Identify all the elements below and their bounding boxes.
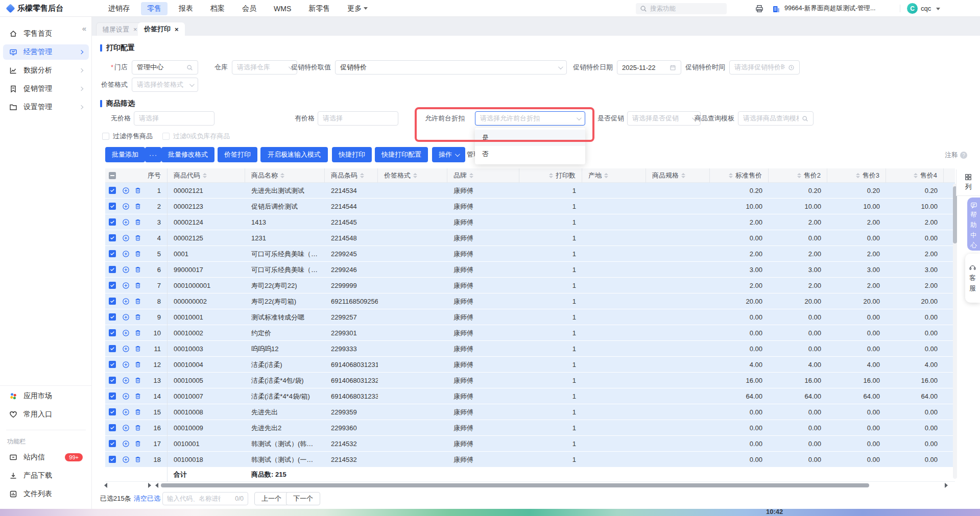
scroll-right-icon[interactable] bbox=[945, 483, 948, 488]
user-name[interactable]: cqc bbox=[921, 0, 931, 17]
sidebar-lower-item-1[interactable]: 应用市场 bbox=[3, 388, 89, 404]
column-header-p3[interactable]: 售价3 bbox=[827, 168, 886, 183]
company-selector[interactable]: 99664-新界面商超版测试-管理... bbox=[784, 0, 876, 17]
delete-row-icon[interactable] bbox=[132, 456, 144, 463]
promo-time-input[interactable]: 请选择促销特价时间 bbox=[729, 60, 800, 75]
row-checkbox[interactable] bbox=[105, 408, 119, 415]
filter-discontinued-checkbox[interactable]: 过滤停售商品 bbox=[102, 132, 153, 141]
table-row[interactable]: 1300010005洁柔(洁柔*4包/袋)6914068031232康师傅116… bbox=[105, 373, 955, 388]
sidebar-tool-item-1[interactable]: 站内信99+ bbox=[3, 450, 89, 465]
front-discount-select[interactable]: 请选择允许前台折扣 bbox=[475, 111, 585, 126]
toolbar-button-5[interactable]: 快捷打印 bbox=[332, 147, 372, 162]
delete-row-icon[interactable] bbox=[132, 345, 144, 352]
column-header-std[interactable]: 标准售价 bbox=[710, 168, 769, 183]
dropdown-option-1[interactable]: 是 bbox=[475, 130, 585, 146]
table-row[interactable]: 1200010004洁柔(洁柔)6914068031231康师傅14.004.0… bbox=[105, 357, 955, 373]
sidebar-tool-item-3[interactable]: 文件列表 bbox=[3, 486, 89, 502]
table-row[interactable]: 1500010008先进先出2299359康师傅10.000.000.000.0… bbox=[105, 404, 955, 420]
scrollbar-thumb[interactable] bbox=[161, 483, 869, 487]
batch-add-more-button[interactable]: ··· bbox=[145, 147, 161, 162]
table-row[interactable]: 100002121先进先出测试测试2214534康师傅10.200.200.20… bbox=[105, 183, 955, 199]
clock-icon[interactable] bbox=[788, 64, 795, 71]
scroll-right-icon[interactable] bbox=[148, 483, 151, 488]
promo-value-select[interactable]: 促销特价 bbox=[335, 60, 567, 75]
toolbar-button-2[interactable]: 批量修改格式 bbox=[161, 147, 214, 162]
nav-item-1[interactable]: 进销存 bbox=[102, 2, 136, 15]
nav-item-7[interactable]: 新零售 bbox=[302, 2, 336, 15]
add-row-icon[interactable] bbox=[119, 377, 132, 384]
nav-item-8[interactable]: 更多 bbox=[341, 2, 374, 15]
table-row[interactable]: 40000212512312214548康师傅10.000.000.000.00 bbox=[105, 230, 955, 246]
sidebar-item-5[interactable]: 设置管理 bbox=[3, 100, 89, 115]
column-header-spec[interactable]: 商品规格 bbox=[646, 168, 710, 183]
row-checkbox[interactable] bbox=[105, 424, 119, 431]
row-checkbox[interactable] bbox=[105, 440, 119, 447]
customer-service-button[interactable]: 客服 bbox=[965, 254, 980, 303]
warehouse-select[interactable]: 请选择仓库 bbox=[232, 60, 297, 75]
row-checkbox[interactable] bbox=[105, 313, 119, 321]
add-row-icon[interactable] bbox=[119, 440, 132, 448]
delete-row-icon[interactable] bbox=[132, 361, 144, 368]
add-row-icon[interactable] bbox=[119, 329, 132, 337]
row-checkbox[interactable] bbox=[105, 345, 119, 352]
table-row[interactable]: 70001000001寿司22(寿司22)2299999康师傅12.002.00… bbox=[105, 278, 955, 293]
sidebar-lower-item-2[interactable]: 常用入口 bbox=[3, 407, 89, 422]
table-row[interactable]: 1800100018韩测试（测试）(一…2214532康师傅10.000.000… bbox=[105, 452, 955, 468]
add-row-icon[interactable] bbox=[119, 298, 132, 305]
nav-item-2[interactable]: 零售 bbox=[141, 2, 168, 15]
promo-date-input[interactable]: 2025-11-22 bbox=[617, 60, 681, 75]
global-search[interactable] bbox=[636, 3, 727, 14]
row-checkbox[interactable] bbox=[105, 329, 119, 336]
toolbar-button-3[interactable]: 价签打印 bbox=[218, 147, 257, 162]
table-row[interactable]: 50001可口可乐经典美味（…2299245康师傅12.002.002.002.… bbox=[105, 246, 955, 262]
column-header-barcode[interactable]: 商品条码 bbox=[325, 168, 378, 183]
add-row-icon[interactable] bbox=[119, 456, 132, 463]
has-price-input[interactable]: 请选择 bbox=[318, 111, 398, 126]
scroll-left-icon[interactable] bbox=[155, 483, 158, 488]
table-row[interactable]: 1400010007洁柔(洁柔*4*4袋/箱)6914068031233康师傅1… bbox=[105, 388, 955, 404]
table-horizontal-scrollbar[interactable] bbox=[154, 482, 949, 488]
add-row-icon[interactable] bbox=[119, 361, 132, 368]
delete-row-icon[interactable] bbox=[132, 282, 144, 289]
avatar[interactable]: C bbox=[907, 3, 918, 14]
next-button[interactable]: 下一个 bbox=[286, 492, 320, 505]
sidebar-item-1[interactable]: 零售首页 bbox=[3, 26, 89, 41]
help-center-tab[interactable]: 帮助中心 bbox=[967, 198, 980, 251]
row-checkbox[interactable] bbox=[105, 250, 119, 257]
table-row[interactable]: 170010001韩测试（测试）(韩…2214532康师傅10.000.000.… bbox=[105, 436, 955, 452]
delete-row-icon[interactable] bbox=[132, 187, 144, 194]
close-icon[interactable]: × bbox=[133, 26, 137, 33]
delete-row-icon[interactable] bbox=[132, 298, 144, 305]
filter-zero-stock-checkbox[interactable]: 过滤0或负库存商品 bbox=[162, 132, 230, 141]
column-header-format[interactable]: 价签格式 bbox=[378, 168, 447, 183]
sidebar-item-4[interactable]: 促销管理 bbox=[3, 81, 89, 96]
toolbar-button-6[interactable]: 快捷打印配置 bbox=[375, 147, 428, 162]
clear-selection-link[interactable]: 清空已选 bbox=[134, 492, 160, 505]
row-checkbox[interactable] bbox=[105, 187, 119, 194]
no-price-input[interactable]: 请选择 bbox=[134, 111, 214, 126]
delete-row-icon[interactable] bbox=[132, 377, 144, 384]
search-icon[interactable] bbox=[186, 64, 193, 71]
row-checkbox[interactable] bbox=[105, 203, 119, 210]
is-promo-select[interactable]: 请选择是否促销 bbox=[627, 111, 701, 126]
row-checkbox[interactable] bbox=[105, 456, 119, 463]
delete-row-icon[interactable] bbox=[132, 250, 144, 257]
store-input[interactable]: 管理中心 bbox=[132, 60, 198, 75]
query-template-input[interactable]: 请选择商品查询模板 bbox=[738, 111, 814, 126]
delete-row-icon[interactable] bbox=[132, 313, 144, 321]
nav-item-3[interactable]: 报表 bbox=[173, 2, 199, 15]
calendar-icon[interactable] bbox=[670, 64, 676, 71]
row-checkbox[interactable] bbox=[105, 392, 119, 400]
previous-button[interactable]: 上一个 bbox=[254, 492, 289, 505]
scroll-left-icon[interactable] bbox=[104, 483, 107, 488]
toolbar-button-4[interactable]: 开启极速输入模式 bbox=[260, 147, 328, 162]
printer-icon[interactable] bbox=[755, 4, 764, 13]
add-row-icon[interactable] bbox=[119, 187, 132, 194]
column-header-qty[interactable]: 打印数 bbox=[519, 168, 582, 183]
table-row[interactable]: 1000010002约定价2299301康师傅10.000.000.000.00 bbox=[105, 325, 955, 341]
row-checkbox[interactable] bbox=[105, 361, 119, 368]
column-header-name[interactable]: 商品名称 bbox=[245, 168, 325, 183]
add-row-icon[interactable] bbox=[119, 408, 132, 416]
column-header-origin[interactable]: 产地 bbox=[582, 168, 646, 183]
close-icon[interactable]: × bbox=[175, 26, 179, 33]
